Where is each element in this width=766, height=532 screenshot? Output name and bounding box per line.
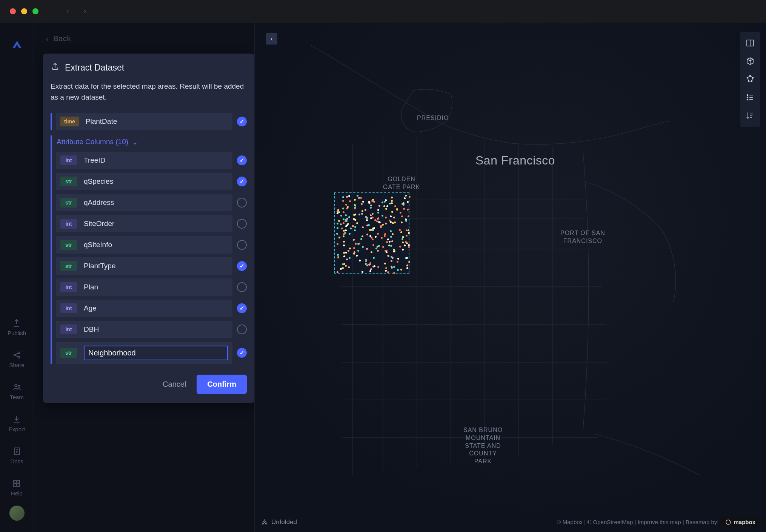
data-point [384, 233, 386, 235]
data-point [402, 241, 404, 243]
attribute-chip[interactable]: intDBH [56, 321, 232, 338]
attribute-chip[interactable]: intSiteOrder [56, 215, 232, 232]
legend-button[interactable] [745, 92, 755, 103]
cancel-button[interactable]: Cancel [163, 380, 186, 389]
data-point [377, 266, 379, 268]
attribute-checkbox[interactable] [237, 324, 247, 334]
data-point [378, 205, 380, 207]
attribute-checkbox[interactable] [237, 198, 247, 208]
panel-collapse-button[interactable]: ‹ [266, 33, 277, 45]
data-point [390, 245, 392, 247]
data-point [385, 267, 387, 269]
attribute-checkbox[interactable] [237, 261, 247, 271]
team-button[interactable]: Team [10, 377, 24, 406]
data-point [338, 211, 340, 213]
data-point [355, 243, 357, 245]
window-close-button[interactable] [10, 8, 16, 14]
attribute-chip[interactable]: strqSpecies [56, 173, 232, 190]
type-badge: int [60, 303, 77, 313]
attribute-chip[interactable]: intPlan [56, 278, 232, 296]
data-point [402, 249, 404, 251]
attribute-chip[interactable]: strqSiteInfo [56, 236, 232, 254]
draw-polygon-button[interactable] [745, 74, 755, 85]
map-canvas[interactable]: PRESIDIO San Francisco GOLDEN GATE PARK … [255, 23, 766, 532]
svg-point-10 [726, 520, 731, 524]
attribute-chip[interactable]: strqAddress [56, 194, 232, 211]
data-point [361, 213, 363, 215]
data-point [392, 222, 394, 224]
data-point [343, 244, 345, 246]
share-button[interactable]: Share [9, 345, 24, 374]
attribute-checkbox[interactable] [237, 219, 247, 229]
data-point [348, 195, 350, 197]
data-point [343, 230, 345, 232]
attribute-checkbox[interactable] [237, 282, 247, 292]
nav-forward-button[interactable]: › [83, 6, 86, 16]
data-point [406, 267, 408, 269]
attribute-checkbox[interactable] [237, 348, 247, 358]
confirm-button[interactable]: Confirm [197, 375, 247, 394]
map-tools-rail [740, 32, 760, 127]
time-column-name: PlantDate [86, 117, 117, 126]
attribute-checkbox[interactable] [237, 303, 247, 313]
data-point [349, 248, 351, 249]
attribute-checkbox[interactable] [237, 155, 247, 165]
attribute-section-label: Attribute Columns (10) [57, 138, 128, 146]
data-point [343, 222, 345, 224]
time-column-checkbox[interactable] [237, 117, 247, 126]
data-point [371, 237, 372, 238]
type-badge: str [60, 348, 77, 358]
data-point [345, 214, 347, 216]
export-button[interactable]: Export [9, 409, 25, 438]
help-button[interactable]: Help [11, 474, 23, 502]
docs-button[interactable]: Docs [10, 441, 23, 470]
data-point [408, 229, 409, 231]
data-point [372, 213, 374, 215]
data-point [387, 271, 389, 273]
attribute-row: str [56, 342, 247, 364]
window-minimize-button[interactable] [21, 8, 27, 14]
selection-rectangle[interactable] [334, 192, 409, 274]
nav-back-button[interactable]: ‹ [66, 6, 69, 16]
window-chrome: ‹ › [0, 0, 766, 23]
data-point [345, 204, 347, 206]
attribute-chip[interactable]: intAge [56, 300, 232, 317]
attribute-checkbox[interactable] [237, 240, 247, 250]
attribution-text[interactable]: © Mapbox | © OpenStreetMap | Improve thi… [557, 519, 719, 525]
split-view-button[interactable] [745, 38, 755, 48]
data-point [361, 235, 363, 237]
data-point [375, 248, 377, 249]
help-label: Help [11, 490, 23, 497]
share-label: Share [9, 362, 24, 368]
data-point [345, 229, 347, 231]
attribute-chip[interactable]: str [56, 342, 232, 364]
attribute-chip[interactable]: intTreeID [56, 152, 232, 169]
data-point [353, 214, 355, 216]
map-attribution: © Mapbox | © OpenStreetMap | Improve thi… [557, 517, 760, 527]
attribute-name-input[interactable] [84, 346, 228, 360]
window-zoom-button[interactable] [32, 8, 38, 14]
data-point [373, 227, 375, 229]
data-point [346, 258, 348, 260]
sort-button[interactable] [745, 110, 755, 121]
attribute-chip[interactable]: strPlantType [56, 257, 232, 275]
attribute-checkbox[interactable] [237, 177, 247, 186]
type-badge: str [60, 177, 77, 186]
3d-view-button[interactable] [745, 56, 755, 66]
svg-rect-6 [14, 480, 16, 483]
data-point [396, 209, 398, 211]
user-avatar[interactable] [9, 506, 25, 521]
data-point [370, 214, 372, 216]
data-point [406, 264, 408, 266]
data-point [337, 223, 338, 224]
publish-button[interactable]: Publish [8, 313, 26, 341]
svg-rect-8 [14, 484, 16, 486]
mapbox-badge[interactable]: mapbox [721, 517, 760, 527]
data-point [337, 257, 339, 258]
app-logo[interactable] [9, 38, 25, 54]
data-point [372, 238, 374, 240]
attribute-section-toggle[interactable]: Attribute Columns (10) ⌄ [56, 135, 247, 148]
time-column-chip[interactable]: time PlantDate [56, 113, 232, 130]
data-point [354, 251, 355, 253]
back-button[interactable]: ‹ Back [34, 29, 254, 48]
